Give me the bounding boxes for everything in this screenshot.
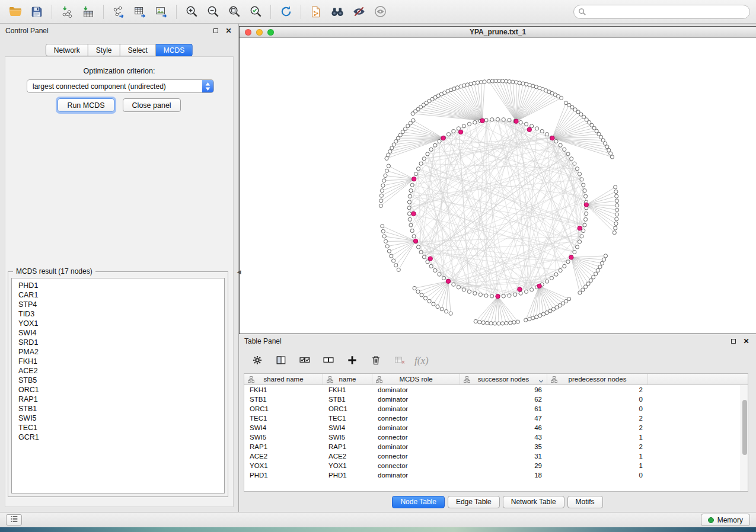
close-panel-button[interactable]: ✕ [224,27,233,36]
export-image-button[interactable] [151,2,172,21]
table-tab-edge-table[interactable]: Edge Table [448,496,500,508]
mcds-result-node[interactable]: ORC1 [12,385,224,395]
zoom-selected-button[interactable] [245,2,266,21]
close-panel-action-button[interactable]: Close panel [123,98,181,112]
zoom-out-icon [206,5,220,18]
zoom-fit-button[interactable] [224,2,245,21]
show-columns-button[interactable] [272,352,290,370]
table-row[interactable]: PHD1PHD1dominator180 [244,470,748,480]
mcds-result-node[interactable]: SWI4 [12,328,224,338]
mcds-result-node[interactable]: FKH1 [12,357,224,366]
float-icon [731,339,736,344]
function-builder-button[interactable]: f(x) [414,352,429,370]
zoom-out-button[interactable] [202,2,224,21]
table-row[interactable]: SWI4SWI4dominator462 [244,423,748,432]
mcds-result-node[interactable]: PMA2 [12,347,224,357]
mcds-result-node[interactable]: STP4 [12,300,224,309]
control-panel-tab-select[interactable]: Select [120,44,156,56]
column-header-filler [648,374,748,384]
cell-predecessor-nodes: 0 [547,395,648,404]
network-leaf-nodes[interactable] [379,79,619,326]
table-tab-network-table[interactable]: Network Table [503,496,564,508]
refresh-button[interactable] [275,2,296,21]
mcds-result-node[interactable]: CAR1 [12,290,224,300]
column-namespace-icon [551,376,557,384]
column-label: MCDS role [399,376,432,383]
column-header-predecessor-nodes[interactable]: predecessor nodes [547,374,648,384]
mcds-result-node[interactable]: YOX1 [12,319,224,328]
mcds-result-node[interactable]: RAP1 [12,395,224,404]
table-row[interactable]: ACE2ACE2connector311 [244,451,748,461]
folder-icon [8,5,23,19]
table-row[interactable]: SWI5SWI5connector431 [244,432,748,442]
zoom-in-button[interactable] [181,2,202,21]
mcds-result-node[interactable]: STB1 [12,404,224,414]
panel-splitter-handle[interactable]: ◀ [236,265,242,278]
task-history-button[interactable] [6,514,22,525]
table-row[interactable]: RAP1RAP1dominator352 [244,442,748,451]
maximize-window-icon[interactable] [267,29,274,36]
float-panel-button[interactable] [211,27,220,36]
minimize-window-icon[interactable] [256,29,263,36]
mcds-result-node[interactable]: SWI5 [12,414,224,423]
dropdown-stepper-icon [202,80,213,92]
delete-column-button[interactable] [367,352,385,370]
table-row[interactable]: ORC1ORC1dominator610 [244,404,748,414]
cell-MCDS-role: connector [372,432,460,442]
mcds-result-node[interactable]: STB5 [12,376,224,385]
add-column-button[interactable] [343,352,361,370]
table-tab-motifs[interactable]: Motifs [567,496,603,508]
show-all-button[interactable] [369,2,391,21]
deselect-all-button[interactable] [320,352,337,370]
scrollbar-thumb[interactable] [742,400,747,455]
mcds-result-node[interactable]: ACE2 [12,366,224,376]
close-window-icon[interactable] [245,29,251,36]
table-row[interactable]: FKH1FKH1dominator962 [244,385,748,395]
control-panel-tab-network[interactable]: Network [46,44,88,56]
mcds-result-node[interactable]: SRD1 [12,338,224,347]
search-input[interactable] [573,5,750,19]
optimization-criterion-dropdown[interactable]: largest connected component (undirected) [27,79,214,93]
save-session-button[interactable] [26,2,47,21]
network-canvas[interactable] [240,38,756,334]
memory-button[interactable]: Memory [701,514,750,526]
control-panel: Control Panel ✕ NetworkStyleSelectMCDS O… [0,24,239,512]
search-network-button[interactable] [327,2,348,21]
export-table-button[interactable] [129,2,151,21]
select-all-button[interactable] [296,352,314,370]
table-tab-node-table[interactable]: Node Table [392,496,445,508]
control-panel-tab-style[interactable]: Style [88,44,120,56]
mcds-result-title: MCDS result (17 nodes) [13,267,95,275]
toolbar-separator [52,5,52,19]
import-table-button[interactable] [78,2,99,21]
float-table-panel-button[interactable] [729,337,738,346]
mcds-result-node[interactable]: GCR1 [12,432,224,442]
cell-shared-name: STB1 [244,395,323,404]
search-field-wrap [573,5,750,19]
cell-name: PHD1 [323,470,372,480]
run-mcds-button[interactable]: Run MCDS [58,98,114,112]
table-row[interactable]: YOX1YOX1connector291 [244,461,748,470]
table-settings-button[interactable] [248,352,266,370]
column-header-MCDS-role[interactable]: MCDS role [372,374,460,384]
mcds-result-node[interactable]: TEC1 [12,423,224,432]
hide-selected-button[interactable] [348,2,369,21]
import-network-button[interactable] [56,2,78,21]
sort-desc-icon[interactable] [538,377,544,384]
table-row[interactable]: STB1STB1dominator620 [244,395,748,404]
export-network-button[interactable] [108,2,129,21]
clone-network-button[interactable] [305,2,327,21]
open-file-button[interactable] [5,2,26,21]
control-panel-tab-mcds[interactable]: MCDS [156,44,193,56]
column-header-shared-name[interactable]: shared name [244,374,323,384]
mcds-result-node[interactable]: TID3 [12,309,224,319]
vertical-scrollbar[interactable] [741,385,748,491]
column-header-successor-nodes[interactable]: successor nodes [460,374,547,384]
table-row[interactable]: TEC1TEC1connector472 [244,414,748,423]
mcds-result-node[interactable]: PHD1 [12,281,224,290]
network-graph[interactable] [240,38,756,334]
close-table-panel-button[interactable]: ✕ [742,337,751,346]
mcds-result-list[interactable]: PHD1CAR1STP4TID3YOX1SWI4SRD1PMA2FKH1ACE2… [11,278,225,493]
delete-table-button[interactable] [391,352,409,370]
column-header-name[interactable]: name [323,374,372,384]
